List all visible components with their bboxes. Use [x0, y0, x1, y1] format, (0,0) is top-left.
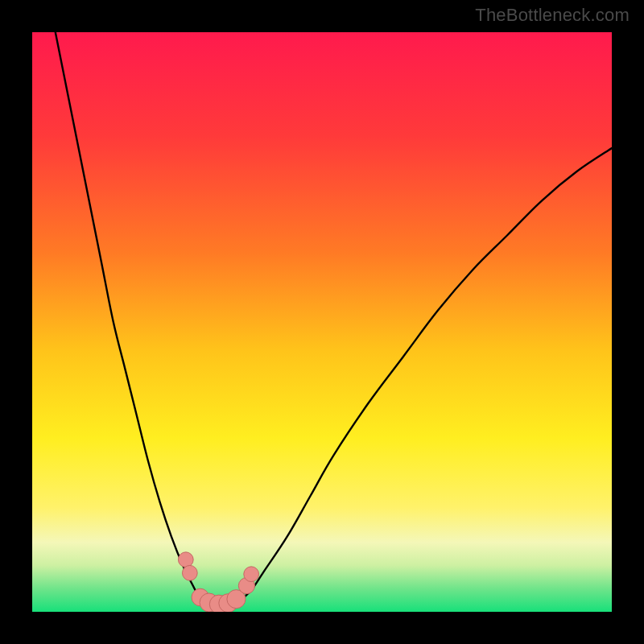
plot-area: [32, 32, 612, 612]
data-marker: [244, 567, 259, 582]
bottleneck-curve: [56, 32, 612, 609]
watermark-text: TheBottleneck.com: [475, 5, 630, 26]
chart-svg: [32, 32, 612, 612]
data-marker: [182, 565, 197, 580]
data-marker: [178, 552, 193, 568]
outer-frame: TheBottleneck.com: [0, 0, 644, 644]
curve-group: [56, 32, 612, 609]
